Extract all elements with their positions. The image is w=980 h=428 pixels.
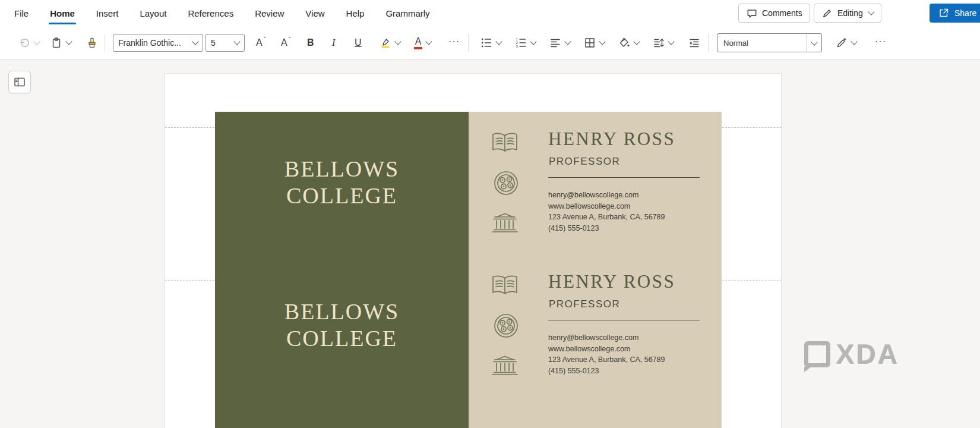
contact-block[interactable]: henry@bellowscollege.com www.bellowscoll… — [548, 332, 665, 376]
bold-icon: B — [307, 38, 314, 48]
svg-text:3: 3 — [516, 45, 519, 48]
borders-button[interactable] — [582, 33, 606, 52]
editing-label: Editing — [837, 8, 863, 18]
cookie-plate-icon[interactable] — [493, 170, 519, 196]
card-divider-line — [548, 177, 700, 178]
undo-button[interactable] — [17, 33, 41, 52]
menu-file[interactable]: File — [14, 8, 29, 18]
caret-up-mark: ˆ — [264, 36, 266, 43]
chevron-down-icon — [425, 38, 432, 45]
comments-label: Comments — [762, 8, 802, 18]
chevron-down-icon — [530, 38, 536, 45]
more-font-options-button[interactable]: ··· — [447, 33, 461, 52]
person-title[interactable]: PROFESSOR — [549, 156, 620, 168]
font-color-letter: A — [415, 37, 422, 46]
side-pane-icon — [14, 76, 26, 88]
share-button[interactable]: Share — [930, 4, 980, 23]
school-name[interactable]: BELLOWS COLLEGE — [215, 298, 469, 352]
document-canvas: BELLOWS COLLEGE HENRY ROSS PROFESSOR hen… — [0, 60, 980, 428]
columns-building-icon[interactable] — [491, 355, 519, 376]
book-icon[interactable] — [491, 274, 519, 297]
font-name-value: Franklin Gothic... — [113, 38, 191, 48]
highlight-color-button[interactable] — [378, 33, 402, 52]
indent-mirror-button[interactable] — [687, 33, 702, 52]
paste-button[interactable] — [49, 33, 73, 52]
shrink-font-letter: A — [281, 38, 287, 48]
school-name[interactable]: BELLOWS COLLEGE — [215, 156, 469, 209]
underline-icon: U — [355, 38, 362, 48]
person-name[interactable]: HENRY ROSS — [548, 128, 675, 150]
font-name-combobox[interactable]: Franklin Gothic... — [113, 34, 203, 52]
school-line2: COLLEGE — [215, 325, 469, 352]
menu-home[interactable]: Home — [50, 8, 75, 18]
bold-button[interactable]: B — [305, 33, 316, 52]
navigation-pane-toggle[interactable] — [8, 71, 31, 93]
ribbon-divider — [105, 34, 105, 52]
chevron-down-icon — [868, 8, 874, 15]
cookie-plate-icon[interactable] — [493, 313, 519, 339]
styles-dropdown-button[interactable] — [807, 34, 821, 52]
chevron-down-icon — [851, 38, 857, 45]
font-size-combobox[interactable]: 5 — [206, 34, 245, 52]
ribbon-toolbar: Franklin Gothic... 5 A ˆ A ˇ B I U A ··· — [0, 26, 980, 60]
chevron-down-icon — [811, 39, 817, 45]
menu-grammarly[interactable]: Grammarly — [385, 8, 429, 18]
business-card[interactable]: BELLOWS COLLEGE HENRY ROSS PROFESSOR hen… — [215, 254, 722, 397]
format-painter-button[interactable] — [84, 33, 100, 52]
ellipsis-icon: ··· — [448, 37, 460, 46]
clipboard-icon — [50, 37, 62, 49]
business-card-template[interactable]: BELLOWS COLLEGE HENRY ROSS PROFESSOR hen… — [215, 112, 722, 428]
contact-email: henry@bellowscollege.com — [548, 190, 665, 201]
xda-watermark: XDA — [804, 338, 899, 370]
ellipsis-icon: ··· — [875, 37, 886, 46]
style-name-value: Normal — [717, 34, 807, 52]
sort-button[interactable] — [651, 33, 675, 52]
grow-font-button[interactable]: A ˆ — [254, 33, 267, 52]
bullets-button[interactable] — [479, 33, 503, 52]
person-title[interactable]: PROFESSOR — [549, 298, 620, 310]
italic-button[interactable]: I — [330, 33, 337, 52]
margin-guide — [165, 280, 214, 281]
styles-combobox[interactable]: Normal — [717, 33, 822, 52]
menu-layout[interactable]: Layout — [140, 8, 166, 18]
menu-references[interactable]: References — [188, 8, 233, 18]
share-icon — [938, 7, 950, 19]
font-size-value: 5 — [206, 38, 233, 48]
person-name[interactable]: HENRY ROSS — [548, 271, 675, 292]
document-page[interactable]: BELLOWS COLLEGE HENRY ROSS PROFESSOR hen… — [165, 73, 782, 428]
font-color-button[interactable]: A — [412, 33, 433, 52]
chevron-down-icon — [65, 38, 72, 45]
watermark-text: XDA — [836, 338, 899, 370]
contact-phone: (415) 555-0123 — [548, 366, 665, 377]
shading-button[interactable] — [617, 33, 641, 52]
undo-icon — [18, 37, 30, 49]
pencil-icon — [821, 7, 833, 19]
menu-help[interactable]: Help — [346, 8, 365, 18]
chevron-down-icon — [599, 38, 605, 45]
margin-guide — [722, 280, 782, 281]
business-card[interactable]: BELLOWS COLLEGE HENRY ROSS PROFESSOR hen… — [215, 112, 722, 254]
margin-guide — [165, 127, 214, 128]
book-icon[interactable] — [491, 131, 519, 154]
columns-building-icon[interactable] — [491, 212, 519, 234]
contact-block[interactable]: henry@bellowscollege.com www.bellowscoll… — [548, 190, 665, 234]
menu-review[interactable]: Review — [255, 8, 284, 18]
font-color-swatch — [414, 47, 422, 49]
contact-address: 123 Avenue A, Burbank, CA, 56789 — [548, 354, 665, 366]
contact-phone: (415) 555-0123 — [548, 223, 665, 234]
ribbon-divider — [708, 34, 709, 52]
editor-pen-icon — [836, 37, 848, 49]
chevron-down-icon — [394, 38, 401, 45]
align-button[interactable] — [548, 33, 572, 52]
menu-insert[interactable]: Insert — [96, 8, 119, 18]
sort-icon — [653, 37, 665, 49]
comments-button[interactable]: Comments — [738, 4, 810, 23]
editing-mode-button[interactable]: Editing — [814, 4, 881, 23]
editor-button[interactable] — [834, 33, 858, 52]
numbering-button[interactable]: 123 — [513, 33, 538, 52]
underline-button[interactable]: U — [353, 33, 363, 52]
ribbon-overflow-button[interactable]: ··· — [873, 33, 888, 52]
menu-view[interactable]: View — [305, 8, 324, 18]
shrink-font-button[interactable]: A ˇ — [279, 33, 292, 52]
chevron-down-icon — [495, 38, 502, 45]
